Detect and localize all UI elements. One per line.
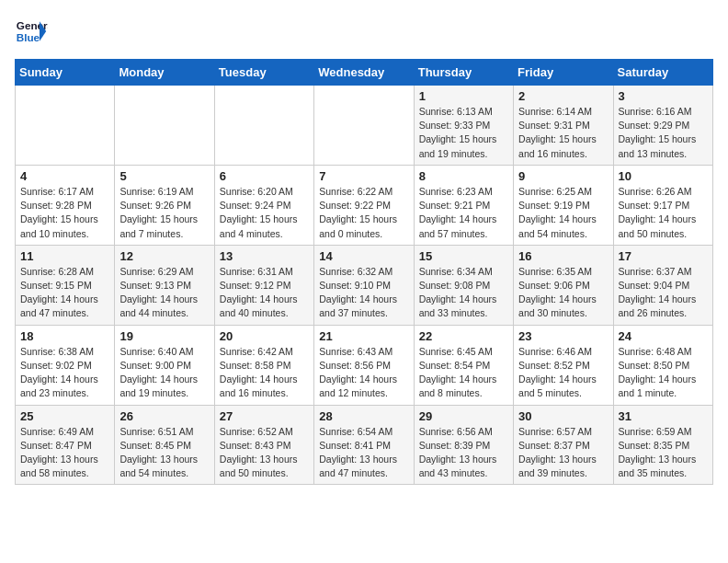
page-header: General Blue (15, 15, 713, 48)
day-info: Sunrise: 6:52 AM Sunset: 8:43 PM Dayligh… (220, 425, 309, 481)
logo-icon: General Blue (15, 15, 48, 48)
day-info: Sunrise: 6:26 AM Sunset: 9:17 PM Dayligh… (619, 185, 708, 241)
day-number: 9 (518, 169, 608, 183)
calendar-cell: 26Sunrise: 6:51 AM Sunset: 8:45 PM Dayli… (115, 405, 214, 485)
day-info: Sunrise: 6:32 AM Sunset: 9:10 PM Dayligh… (319, 265, 408, 321)
day-info: Sunrise: 6:29 AM Sunset: 9:13 PM Dayligh… (119, 265, 209, 321)
calendar-cell: 30Sunrise: 6:57 AM Sunset: 8:37 PM Dayli… (514, 405, 613, 485)
calendar-cell: 28Sunrise: 6:54 AM Sunset: 8:41 PM Dayli… (314, 405, 414, 485)
calendar-cell: 27Sunrise: 6:52 AM Sunset: 8:43 PM Dayli… (214, 405, 313, 485)
day-of-week-header: Sunday (16, 60, 115, 86)
day-of-week-header: Saturday (613, 60, 712, 86)
calendar-cell: 21Sunrise: 6:43 AM Sunset: 8:56 PM Dayli… (314, 325, 414, 405)
day-number: 22 (419, 329, 508, 343)
day-info: Sunrise: 6:20 AM Sunset: 9:24 PM Dayligh… (220, 185, 309, 241)
svg-text:Blue: Blue (17, 31, 40, 43)
calendar-cell (314, 86, 414, 166)
day-number: 27 (220, 409, 309, 423)
day-number: 16 (518, 249, 608, 263)
calendar-header-row: SundayMondayTuesdayWednesdayThursdayFrid… (16, 60, 713, 86)
calendar-cell: 12Sunrise: 6:29 AM Sunset: 9:13 PM Dayli… (115, 245, 214, 325)
day-number: 15 (419, 249, 508, 263)
day-of-week-header: Friday (514, 60, 613, 86)
calendar-cell: 16Sunrise: 6:35 AM Sunset: 9:06 PM Dayli… (514, 245, 613, 325)
calendar-week-row: 25Sunrise: 6:49 AM Sunset: 8:47 PM Dayli… (16, 405, 713, 485)
day-number: 23 (518, 329, 608, 343)
calendar-cell: 19Sunrise: 6:40 AM Sunset: 9:00 PM Dayli… (115, 325, 214, 405)
calendar-cell: 18Sunrise: 6:38 AM Sunset: 9:02 PM Dayli… (16, 325, 115, 405)
day-number: 5 (119, 169, 209, 183)
day-info: Sunrise: 6:31 AM Sunset: 9:12 PM Dayligh… (220, 265, 309, 321)
day-number: 11 (20, 249, 109, 263)
calendar-cell: 20Sunrise: 6:42 AM Sunset: 8:58 PM Dayli… (214, 325, 313, 405)
day-info: Sunrise: 6:34 AM Sunset: 9:08 PM Dayligh… (419, 265, 508, 321)
day-number: 4 (20, 169, 109, 183)
day-info: Sunrise: 6:57 AM Sunset: 8:37 PM Dayligh… (518, 425, 608, 481)
calendar-cell: 9Sunrise: 6:25 AM Sunset: 9:19 PM Daylig… (514, 165, 613, 245)
day-number: 1 (419, 89, 508, 103)
calendar-cell: 22Sunrise: 6:45 AM Sunset: 8:54 PM Dayli… (414, 325, 513, 405)
day-number: 18 (20, 329, 109, 343)
day-number: 24 (619, 329, 708, 343)
calendar-cell: 6Sunrise: 6:20 AM Sunset: 9:24 PM Daylig… (214, 165, 313, 245)
day-info: Sunrise: 6:56 AM Sunset: 8:39 PM Dayligh… (419, 425, 508, 481)
day-info: Sunrise: 6:14 AM Sunset: 9:31 PM Dayligh… (518, 105, 608, 161)
day-of-week-header: Wednesday (314, 60, 414, 86)
calendar-cell: 15Sunrise: 6:34 AM Sunset: 9:08 PM Dayli… (414, 245, 513, 325)
day-info: Sunrise: 6:40 AM Sunset: 9:00 PM Dayligh… (119, 345, 209, 401)
calendar-cell (115, 86, 214, 166)
day-of-week-header: Tuesday (214, 60, 313, 86)
day-info: Sunrise: 6:48 AM Sunset: 8:50 PM Dayligh… (619, 345, 708, 401)
day-info: Sunrise: 6:46 AM Sunset: 8:52 PM Dayligh… (518, 345, 608, 401)
day-info: Sunrise: 6:17 AM Sunset: 9:28 PM Dayligh… (20, 185, 109, 241)
day-number: 26 (119, 409, 209, 423)
day-number: 31 (619, 409, 708, 423)
calendar-cell: 10Sunrise: 6:26 AM Sunset: 9:17 PM Dayli… (613, 165, 712, 245)
calendar-cell: 13Sunrise: 6:31 AM Sunset: 9:12 PM Dayli… (214, 245, 313, 325)
calendar-cell: 8Sunrise: 6:23 AM Sunset: 9:21 PM Daylig… (414, 165, 513, 245)
day-number: 7 (319, 169, 408, 183)
day-number: 6 (220, 169, 309, 183)
calendar-cell: 29Sunrise: 6:56 AM Sunset: 8:39 PM Dayli… (414, 405, 513, 485)
day-info: Sunrise: 6:25 AM Sunset: 9:19 PM Dayligh… (518, 185, 608, 241)
calendar-cell: 24Sunrise: 6:48 AM Sunset: 8:50 PM Dayli… (613, 325, 712, 405)
day-info: Sunrise: 6:19 AM Sunset: 9:26 PM Dayligh… (119, 185, 209, 241)
calendar-week-row: 1Sunrise: 6:13 AM Sunset: 9:33 PM Daylig… (16, 86, 713, 166)
day-number: 29 (419, 409, 508, 423)
calendar-cell: 7Sunrise: 6:22 AM Sunset: 9:22 PM Daylig… (314, 165, 414, 245)
day-info: Sunrise: 6:45 AM Sunset: 8:54 PM Dayligh… (419, 345, 508, 401)
calendar-week-row: 18Sunrise: 6:38 AM Sunset: 9:02 PM Dayli… (16, 325, 713, 405)
day-number: 8 (419, 169, 508, 183)
calendar-cell: 4Sunrise: 6:17 AM Sunset: 9:28 PM Daylig… (16, 165, 115, 245)
calendar-cell: 5Sunrise: 6:19 AM Sunset: 9:26 PM Daylig… (115, 165, 214, 245)
day-info: Sunrise: 6:42 AM Sunset: 8:58 PM Dayligh… (220, 345, 309, 401)
day-info: Sunrise: 6:51 AM Sunset: 8:45 PM Dayligh… (119, 425, 209, 481)
day-number: 28 (319, 409, 408, 423)
day-of-week-header: Thursday (414, 60, 513, 86)
day-number: 30 (518, 409, 608, 423)
day-number: 20 (220, 329, 309, 343)
calendar-cell: 17Sunrise: 6:37 AM Sunset: 9:04 PM Dayli… (613, 245, 712, 325)
day-info: Sunrise: 6:49 AM Sunset: 8:47 PM Dayligh… (20, 425, 109, 481)
day-number: 14 (319, 249, 408, 263)
calendar-cell: 3Sunrise: 6:16 AM Sunset: 9:29 PM Daylig… (613, 86, 712, 166)
calendar-cell: 31Sunrise: 6:59 AM Sunset: 8:35 PM Dayli… (613, 405, 712, 485)
day-info: Sunrise: 6:35 AM Sunset: 9:06 PM Dayligh… (518, 265, 608, 321)
calendar-cell: 2Sunrise: 6:14 AM Sunset: 9:31 PM Daylig… (514, 86, 613, 166)
logo: General Blue (15, 15, 48, 48)
calendar-cell: 25Sunrise: 6:49 AM Sunset: 8:47 PM Dayli… (16, 405, 115, 485)
calendar-cell (214, 86, 313, 166)
calendar-cell: 1Sunrise: 6:13 AM Sunset: 9:33 PM Daylig… (414, 86, 513, 166)
day-info: Sunrise: 6:54 AM Sunset: 8:41 PM Dayligh… (319, 425, 408, 481)
calendar-cell (16, 86, 115, 166)
calendar-week-row: 4Sunrise: 6:17 AM Sunset: 9:28 PM Daylig… (16, 165, 713, 245)
day-number: 10 (619, 169, 708, 183)
day-info: Sunrise: 6:59 AM Sunset: 8:35 PM Dayligh… (619, 425, 708, 481)
day-number: 25 (20, 409, 109, 423)
calendar-cell: 14Sunrise: 6:32 AM Sunset: 9:10 PM Dayli… (314, 245, 414, 325)
day-number: 3 (619, 89, 708, 103)
day-number: 2 (518, 89, 608, 103)
day-number: 17 (619, 249, 708, 263)
day-info: Sunrise: 6:28 AM Sunset: 9:15 PM Dayligh… (20, 265, 109, 321)
calendar-table: SundayMondayTuesdayWednesdayThursdayFrid… (15, 59, 713, 485)
